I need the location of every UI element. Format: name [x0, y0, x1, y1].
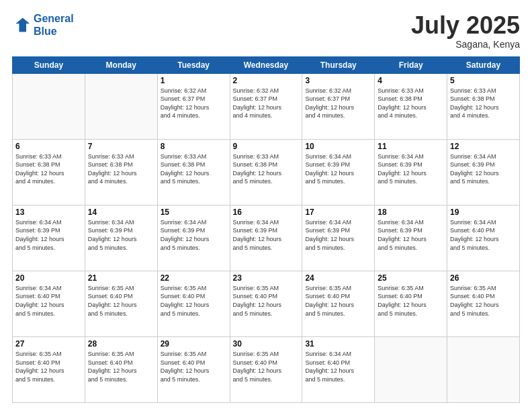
calendar-cell: 14Sunrise: 6:34 AM Sunset: 6:39 PM Dayli… — [85, 205, 157, 271]
calendar-cell: 11Sunrise: 6:34 AM Sunset: 6:39 PM Dayli… — [375, 139, 447, 205]
calendar-cell: 19Sunrise: 6:34 AM Sunset: 6:40 PM Dayli… — [447, 205, 520, 271]
calendar-week-row: 1Sunrise: 6:32 AM Sunset: 6:37 PM Daylig… — [13, 73, 520, 139]
calendar-cell: 31Sunrise: 6:34 AM Sunset: 6:40 PM Dayli… — [302, 336, 375, 402]
day-number: 18 — [378, 208, 444, 217]
title-block: July 2025 Sagana, Kenya — [411, 12, 520, 50]
day-number: 15 — [161, 208, 227, 217]
day-number: 30 — [233, 339, 300, 349]
logo-text: General Blue — [34, 12, 74, 38]
day-number: 10 — [305, 142, 371, 151]
calendar-cell — [85, 73, 157, 139]
calendar-cell: 16Sunrise: 6:34 AM Sunset: 6:39 PM Dayli… — [230, 205, 302, 271]
dow-header: Friday — [375, 56, 447, 73]
day-info: Sunrise: 6:34 AM Sunset: 6:39 PM Dayligh… — [161, 218, 227, 252]
dow-header: Sunday — [13, 56, 85, 73]
day-number: 2 — [233, 76, 300, 85]
calendar-cell — [375, 336, 447, 402]
day-number: 31 — [305, 339, 371, 349]
page: General Blue July 2025 Sagana, Kenya Sun… — [0, 0, 532, 411]
calendar-cell: 17Sunrise: 6:34 AM Sunset: 6:39 PM Dayli… — [302, 205, 375, 271]
day-info: Sunrise: 6:32 AM Sunset: 6:37 PM Dayligh… — [305, 87, 371, 120]
calendar-cell: 1Sunrise: 6:32 AM Sunset: 6:37 PM Daylig… — [157, 73, 230, 139]
day-number: 26 — [450, 273, 517, 283]
day-info: Sunrise: 6:35 AM Sunset: 6:40 PM Dayligh… — [161, 350, 227, 383]
day-number: 12 — [450, 142, 517, 151]
day-info: Sunrise: 6:35 AM Sunset: 6:40 PM Dayligh… — [88, 350, 154, 383]
calendar-cell: 6Sunrise: 6:33 AM Sunset: 6:38 PM Daylig… — [13, 139, 85, 205]
calendar-cell: 28Sunrise: 6:35 AM Sunset: 6:40 PM Dayli… — [85, 336, 157, 402]
day-info: Sunrise: 6:33 AM Sunset: 6:38 PM Dayligh… — [88, 152, 154, 186]
logo-icon — [12, 15, 31, 34]
day-info: Sunrise: 6:32 AM Sunset: 6:37 PM Dayligh… — [161, 87, 227, 120]
day-number: 21 — [88, 273, 154, 283]
day-info: Sunrise: 6:34 AM Sunset: 6:40 PM Dayligh… — [450, 218, 517, 252]
day-info: Sunrise: 6:35 AM Sunset: 6:40 PM Dayligh… — [450, 284, 517, 318]
calendar-cell: 18Sunrise: 6:34 AM Sunset: 6:39 PM Dayli… — [375, 205, 447, 271]
dow-header: Tuesday — [157, 56, 230, 73]
calendar-cell: 22Sunrise: 6:35 AM Sunset: 6:40 PM Dayli… — [157, 271, 230, 336]
calendar-cell: 24Sunrise: 6:35 AM Sunset: 6:40 PM Dayli… — [302, 271, 375, 336]
day-info: Sunrise: 6:34 AM Sunset: 6:39 PM Dayligh… — [233, 218, 300, 252]
calendar-body: 1Sunrise: 6:32 AM Sunset: 6:37 PM Daylig… — [13, 73, 520, 402]
day-number: 19 — [450, 208, 517, 217]
calendar-cell: 25Sunrise: 6:35 AM Sunset: 6:40 PM Dayli… — [375, 271, 447, 336]
day-number: 7 — [88, 142, 154, 151]
day-number: 16 — [233, 208, 300, 217]
day-info: Sunrise: 6:35 AM Sunset: 6:40 PM Dayligh… — [233, 284, 300, 318]
svg-marker-0 — [15, 18, 30, 32]
month-title: July 2025 — [411, 12, 520, 39]
day-info: Sunrise: 6:33 AM Sunset: 6:38 PM Dayligh… — [161, 152, 227, 186]
day-info: Sunrise: 6:34 AM Sunset: 6:39 PM Dayligh… — [305, 152, 371, 186]
day-number: 9 — [233, 142, 300, 151]
day-info: Sunrise: 6:34 AM Sunset: 6:39 PM Dayligh… — [15, 218, 82, 252]
day-info: Sunrise: 6:32 AM Sunset: 6:37 PM Dayligh… — [233, 87, 300, 120]
header: General Blue July 2025 Sagana, Kenya — [12, 12, 520, 50]
calendar-cell: 2Sunrise: 6:32 AM Sunset: 6:37 PM Daylig… — [230, 73, 302, 139]
calendar-cell: 21Sunrise: 6:35 AM Sunset: 6:40 PM Dayli… — [85, 271, 157, 336]
dow-header: Thursday — [302, 56, 375, 73]
day-info: Sunrise: 6:33 AM Sunset: 6:38 PM Dayligh… — [378, 87, 444, 120]
day-info: Sunrise: 6:35 AM Sunset: 6:40 PM Dayligh… — [15, 350, 82, 383]
day-info: Sunrise: 6:33 AM Sunset: 6:38 PM Dayligh… — [15, 152, 82, 186]
calendar-week-row: 6Sunrise: 6:33 AM Sunset: 6:38 PM Daylig… — [13, 139, 520, 205]
calendar-week-row: 27Sunrise: 6:35 AM Sunset: 6:40 PM Dayli… — [13, 336, 520, 402]
calendar-week-row: 13Sunrise: 6:34 AM Sunset: 6:39 PM Dayli… — [13, 205, 520, 271]
day-info: Sunrise: 6:35 AM Sunset: 6:40 PM Dayligh… — [88, 284, 154, 318]
calendar-cell: 20Sunrise: 6:34 AM Sunset: 6:40 PM Dayli… — [13, 271, 85, 336]
day-info: Sunrise: 6:34 AM Sunset: 6:39 PM Dayligh… — [378, 152, 444, 186]
day-number: 28 — [88, 339, 154, 349]
day-info: Sunrise: 6:34 AM Sunset: 6:39 PM Dayligh… — [305, 218, 371, 252]
day-number: 5 — [450, 76, 517, 85]
day-info: Sunrise: 6:34 AM Sunset: 6:40 PM Dayligh… — [305, 350, 371, 383]
day-info: Sunrise: 6:33 AM Sunset: 6:38 PM Dayligh… — [450, 87, 517, 120]
calendar-cell: 23Sunrise: 6:35 AM Sunset: 6:40 PM Dayli… — [230, 271, 302, 336]
day-number: 29 — [161, 339, 227, 349]
day-info: Sunrise: 6:34 AM Sunset: 6:39 PM Dayligh… — [450, 152, 517, 186]
dow-header: Monday — [85, 56, 157, 73]
calendar-cell: 15Sunrise: 6:34 AM Sunset: 6:39 PM Dayli… — [157, 205, 230, 271]
day-number: 11 — [378, 142, 444, 151]
days-of-week-row: SundayMondayTuesdayWednesdayThursdayFrid… — [13, 56, 520, 73]
calendar-cell: 8Sunrise: 6:33 AM Sunset: 6:38 PM Daylig… — [157, 139, 230, 205]
day-number: 3 — [305, 76, 371, 85]
day-info: Sunrise: 6:35 AM Sunset: 6:40 PM Dayligh… — [305, 284, 371, 318]
day-number: 6 — [15, 142, 82, 151]
calendar-cell: 29Sunrise: 6:35 AM Sunset: 6:40 PM Dayli… — [157, 336, 230, 402]
dow-header: Wednesday — [230, 56, 302, 73]
day-number: 17 — [305, 208, 371, 217]
day-number: 22 — [161, 273, 227, 283]
day-info: Sunrise: 6:33 AM Sunset: 6:38 PM Dayligh… — [233, 152, 300, 186]
day-number: 8 — [161, 142, 227, 151]
day-info: Sunrise: 6:35 AM Sunset: 6:40 PM Dayligh… — [233, 350, 300, 383]
calendar-cell: 5Sunrise: 6:33 AM Sunset: 6:38 PM Daylig… — [447, 73, 520, 139]
day-number: 13 — [15, 208, 82, 217]
day-number: 23 — [233, 273, 300, 283]
calendar-cell: 26Sunrise: 6:35 AM Sunset: 6:40 PM Dayli… — [447, 271, 520, 336]
dow-header: Saturday — [447, 56, 520, 73]
calendar-cell: 13Sunrise: 6:34 AM Sunset: 6:39 PM Dayli… — [13, 205, 85, 271]
day-info: Sunrise: 6:34 AM Sunset: 6:40 PM Dayligh… — [15, 284, 82, 318]
calendar-cell: 10Sunrise: 6:34 AM Sunset: 6:39 PM Dayli… — [302, 139, 375, 205]
day-number: 1 — [161, 76, 227, 85]
calendar-cell: 27Sunrise: 6:35 AM Sunset: 6:40 PM Dayli… — [13, 336, 85, 402]
logo: General Blue — [12, 12, 74, 38]
